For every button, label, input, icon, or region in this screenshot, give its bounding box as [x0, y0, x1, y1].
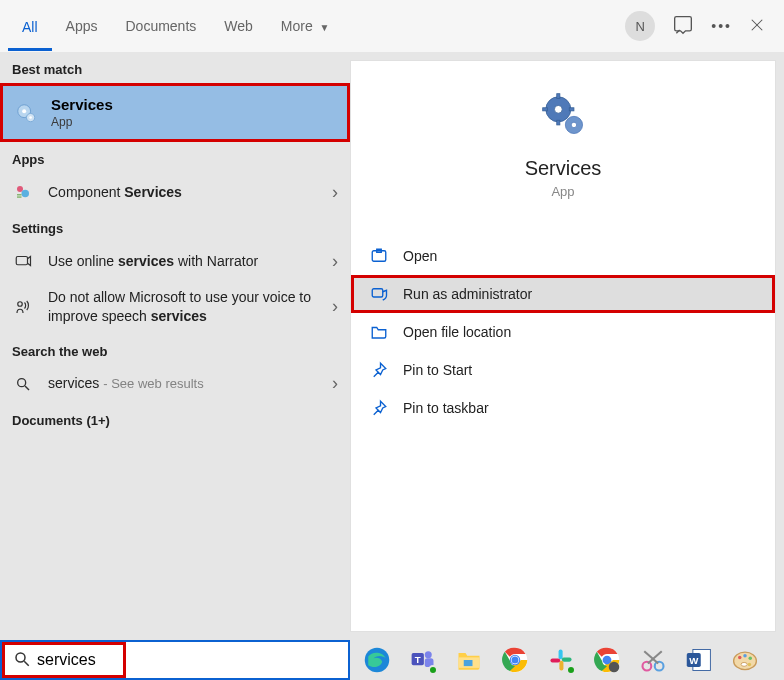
settings-item-online-services-narrator[interactable]: Use online services with Narrator › [0, 242, 350, 280]
taskbar-file-explorer-icon[interactable] [450, 641, 488, 679]
svg-text:W: W [689, 655, 699, 666]
shield-run-icon [369, 284, 389, 304]
component-services-icon [12, 181, 34, 203]
svg-point-52 [738, 656, 742, 660]
search-icon [12, 373, 34, 395]
feedback-icon[interactable] [673, 15, 693, 38]
svg-rect-9 [17, 197, 22, 198]
svg-point-54 [749, 657, 753, 661]
tab-apps[interactable]: Apps [52, 4, 112, 48]
user-avatar[interactable]: N [625, 11, 655, 41]
preview-title: Services [525, 157, 602, 180]
svg-point-53 [743, 654, 747, 658]
search-box[interactable] [0, 640, 350, 680]
taskbar-chrome-icon[interactable] [496, 641, 534, 679]
svg-point-3 [22, 109, 26, 113]
svg-rect-17 [557, 120, 560, 125]
pin-icon [369, 398, 389, 418]
svg-point-55 [748, 663, 752, 667]
svg-point-42 [603, 656, 612, 665]
svg-rect-40 [550, 658, 560, 662]
tab-all[interactable]: All [8, 2, 52, 51]
svg-point-21 [571, 122, 576, 127]
action-run-as-administrator[interactable]: Run as administrator [351, 275, 775, 313]
section-search-web: Search the web [0, 334, 350, 365]
results-left-pane: Best match Services App Apps Component S… [0, 52, 350, 640]
svg-point-44 [643, 662, 652, 671]
svg-point-6 [17, 186, 23, 192]
taskbar-snip-icon[interactable] [634, 641, 672, 679]
chevron-right-icon: › [332, 182, 338, 203]
filter-tabs-bar: All Apps Documents Web More ▼ N ••• [0, 0, 784, 52]
preview-subtitle: App [551, 184, 574, 199]
svg-text:T: T [415, 654, 421, 665]
section-best-match: Best match [0, 52, 350, 83]
chevron-down-icon: ▼ [317, 22, 330, 33]
action-pin-to-taskbar[interactable]: Pin to taskbar [351, 389, 775, 427]
gear-icon [15, 102, 37, 124]
taskbar-slack-icon[interactable] [542, 641, 580, 679]
svg-point-7 [22, 190, 30, 198]
svg-rect-37 [559, 649, 563, 659]
svg-point-36 [512, 657, 519, 664]
best-match-services[interactable]: Services App [0, 83, 350, 142]
svg-point-5 [29, 116, 32, 119]
section-documents: Documents (1+) [0, 403, 350, 434]
close-button[interactable] [750, 18, 764, 35]
taskbar-word-icon[interactable]: W [680, 641, 718, 679]
taskbar-edge-icon[interactable] [358, 641, 396, 679]
narrator-icon [12, 250, 34, 272]
taskbar-teams-icon[interactable]: T [404, 641, 442, 679]
more-options-icon[interactable]: ••• [711, 18, 732, 34]
settings-item-speech-services[interactable]: Do not allow Microsoft to use your voice… [0, 280, 350, 334]
action-open-file-location[interactable]: Open file location [351, 313, 775, 351]
best-match-subtitle: App [51, 115, 113, 129]
svg-point-24 [16, 653, 25, 662]
action-pin-to-start[interactable]: Pin to Start [351, 351, 775, 389]
action-open[interactable]: Open [351, 237, 775, 275]
search-input[interactable] [37, 651, 117, 669]
svg-rect-18 [543, 108, 548, 111]
pin-icon [369, 360, 389, 380]
svg-line-13 [25, 386, 29, 390]
tab-more[interactable]: More ▼ [267, 4, 344, 48]
svg-rect-10 [16, 257, 27, 265]
svg-line-25 [24, 661, 29, 666]
svg-point-15 [554, 105, 562, 113]
svg-rect-32 [464, 660, 473, 666]
status-dot-icon [566, 665, 576, 675]
svg-rect-38 [562, 658, 572, 662]
svg-rect-39 [559, 661, 563, 671]
chevron-right-icon: › [332, 373, 338, 394]
taskbar: T W [0, 640, 784, 680]
web-result-services[interactable]: services - See web results › [0, 365, 350, 403]
section-settings: Settings [0, 211, 350, 242]
preview-pane-container: Services App Open Run as adminis [350, 52, 784, 640]
tab-web[interactable]: Web [210, 4, 267, 48]
status-dot-icon [428, 665, 438, 675]
svg-rect-16 [557, 94, 560, 99]
search-icon [13, 650, 31, 671]
folder-icon [369, 322, 389, 342]
svg-rect-19 [569, 108, 574, 111]
svg-point-29 [425, 651, 432, 658]
apps-item-component-services[interactable]: Component Services › [0, 173, 350, 211]
svg-point-56 [741, 662, 747, 666]
svg-point-11 [18, 302, 23, 307]
speech-icon [12, 296, 34, 318]
gear-icon-large [538, 89, 588, 139]
svg-point-45 [655, 662, 664, 671]
chevron-right-icon: › [332, 296, 338, 317]
svg-rect-8 [17, 194, 22, 195]
taskbar-chrome-beta-icon[interactable] [588, 641, 626, 679]
svg-point-43 [609, 662, 620, 673]
chevron-right-icon: › [332, 251, 338, 272]
svg-rect-23 [372, 289, 383, 297]
svg-point-12 [18, 378, 26, 386]
open-icon [369, 246, 389, 266]
best-match-title: Services [51, 96, 113, 113]
taskbar-paint-icon[interactable] [726, 641, 764, 679]
tab-documents[interactable]: Documents [111, 4, 210, 48]
section-apps: Apps [0, 142, 350, 173]
